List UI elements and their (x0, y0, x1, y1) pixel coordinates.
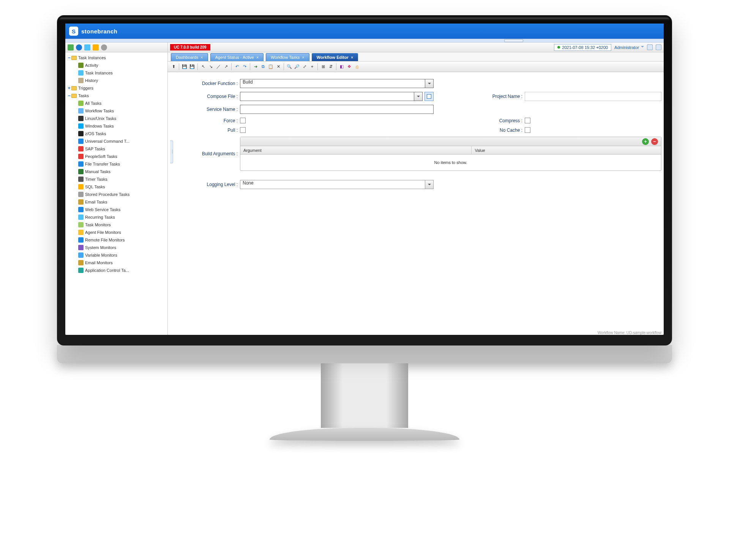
tree-leaf[interactable]: ·All Tasks (65, 99, 167, 107)
args-col-argument[interactable]: Argument (240, 146, 472, 154)
tb-hier-icon[interactable]: ⇵ (327, 63, 334, 70)
tree-leaf[interactable]: ·PeopleSoft Tasks (65, 153, 167, 160)
tab-close-icon[interactable]: × (200, 55, 203, 60)
tree-leaf[interactable]: ·Linux/Unix Tasks (65, 115, 167, 122)
tree-leaf[interactable]: ·Email Tasks (65, 198, 167, 206)
user-menu[interactable]: Administrator (614, 45, 644, 50)
compress-checkbox[interactable] (525, 118, 530, 123)
tb-zoom100-icon[interactable]: ⌖ (309, 63, 316, 70)
header-icon-1[interactable] (647, 44, 653, 50)
resize-handle-icon[interactable] (504, 39, 523, 42)
tb-clip-icon[interactable]: ◧ (338, 63, 345, 70)
tb-line-icon[interactable]: ／ (215, 63, 222, 70)
tree-leaf-icon (78, 101, 84, 106)
tree-leaf[interactable]: ·Email Monitors (65, 259, 167, 267)
add-argument-button[interactable]: + (642, 138, 649, 145)
tree-leaf[interactable]: ·Stored Procedure Tasks (65, 191, 167, 198)
service-name-input[interactable] (240, 105, 434, 114)
tab[interactable]: Agent Status - Active× (210, 53, 264, 61)
tb-redo-icon[interactable]: ↷ (241, 63, 248, 70)
tb-paste-icon[interactable]: 📋 (267, 63, 274, 70)
logging-level-select[interactable]: None (240, 180, 425, 189)
tree-leaf-label: SQL Tasks (85, 183, 105, 191)
tree-node-task-instances[interactable]: −Task Instances (65, 54, 167, 62)
tb-delete-icon[interactable]: ✕ (275, 63, 282, 70)
compose-file-input[interactable] (240, 92, 414, 101)
tree-leaf[interactable]: ·Manual Tasks (65, 168, 167, 175)
project-name-input[interactable] (525, 92, 661, 101)
timestamp-box[interactable]: 2021-07-08 15:32 +0200 (554, 44, 611, 51)
tree-leaf[interactable]: ·Remote File Monitors (65, 236, 167, 244)
logging-level-dropdown-btn[interactable] (425, 180, 434, 189)
tree-leaf[interactable]: ·SAP Tasks (65, 145, 167, 153)
note-icon[interactable] (84, 44, 90, 50)
tb-zoomout-icon[interactable]: 🔎 (293, 63, 300, 70)
docker-function-select[interactable]: Build (240, 79, 425, 88)
tree-leaf[interactable]: ·Recurring Tasks (65, 213, 167, 221)
tb-zoomin-icon[interactable]: 🔍 (286, 63, 293, 70)
tree-leaf-label: Remote File Monitors (85, 236, 125, 244)
tab[interactable]: Workflow Tasks× (266, 53, 309, 61)
header-icon-2[interactable] (656, 44, 661, 50)
compose-file-picker-btn[interactable] (424, 92, 434, 101)
tree-leaf[interactable]: ·Task Instances (65, 69, 167, 77)
tree-leaf[interactable]: ·Windows Tasks (65, 122, 167, 130)
no-cache-checkbox[interactable] (525, 127, 530, 133)
panel-drag-handle[interactable] (170, 140, 173, 163)
grid-icon[interactable] (68, 44, 74, 50)
args-col-value[interactable]: Value (472, 146, 661, 154)
tree-leaf-icon (78, 63, 84, 68)
tb-save2-icon[interactable]: 💾 (189, 63, 196, 70)
tree-leaf[interactable]: ·Universal Command T... (65, 137, 167, 145)
tree-leaf[interactable]: ·Variable Monitors (65, 251, 167, 259)
tb-cursor-icon[interactable]: ↖ (200, 63, 207, 70)
tree-leaf[interactable]: ·Activity (65, 62, 167, 69)
tb-win-icon[interactable]: ⊞ (320, 63, 327, 70)
tb-undo-icon[interactable]: ↶ (234, 63, 240, 70)
docker-function-label: Docker Function : (175, 81, 240, 86)
pull-checkbox[interactable] (240, 127, 246, 133)
tab-close-icon[interactable]: × (351, 55, 353, 60)
tab[interactable]: Workflow Editor× (312, 53, 358, 61)
tb-zoomfit-icon[interactable]: ⤢ (301, 63, 308, 70)
docker-function-dropdown-btn[interactable] (425, 79, 434, 88)
tb-print-icon[interactable]: ⎙ (353, 63, 360, 70)
tree-leaf-label: Application Control Ta... (85, 267, 129, 274)
remove-argument-button[interactable]: − (651, 138, 658, 145)
tab[interactable]: Dashboards× (171, 53, 208, 61)
tree-leaf[interactable]: ·File Transfer Tasks (65, 160, 167, 168)
tree-leaf[interactable]: ·History (65, 77, 167, 84)
build-badge: UC 7.0.0 build 209 (170, 44, 210, 50)
tree-leaf[interactable]: ·System Monitors (65, 244, 167, 251)
tree-node-tasks[interactable]: −Tasks (65, 92, 167, 99)
tree-label: Task Instances (78, 54, 106, 62)
tab-close-icon[interactable]: × (302, 55, 304, 60)
tb-connect-icon[interactable]: ↘ (207, 63, 214, 70)
window-resize-bar[interactable] (65, 39, 664, 43)
tb-copy-icon[interactable]: ⧉ (260, 63, 267, 70)
logging-level-label: Logging Level : (175, 182, 240, 187)
tree-leaf-label: Email Monitors (85, 259, 113, 267)
tb-up-icon[interactable]: ⬆ (170, 63, 177, 70)
tree-leaf-icon (78, 199, 84, 205)
tab-close-icon[interactable]: × (256, 55, 259, 60)
puzzle-icon[interactable] (93, 44, 99, 50)
globe-icon[interactable] (76, 44, 82, 50)
tree-leaf[interactable]: ·Timer Tasks (65, 175, 167, 183)
gear-icon[interactable] (101, 44, 107, 50)
tb-goto-icon[interactable]: ➜ (252, 63, 259, 70)
tree-leaf[interactable]: ·Agent File Monitors (65, 229, 167, 236)
tree-leaf[interactable]: ·Application Control Ta... (65, 267, 167, 274)
compose-file-dropdown-btn[interactable] (414, 92, 423, 101)
tree-node-triggers[interactable]: +Triggers (65, 84, 167, 92)
tree-leaf[interactable]: ·z/OS Tasks (65, 130, 167, 137)
tree-leaf[interactable]: ·Web Service Tasks (65, 206, 167, 213)
tree-leaf[interactable]: ·SQL Tasks (65, 183, 167, 191)
tree-leaf[interactable]: ·Task Monitors (65, 221, 167, 229)
tb-edge-icon[interactable]: ↗ (222, 63, 229, 70)
tree-leaf-label: SAP Tasks (85, 145, 105, 153)
tb-pkg-icon[interactable]: ❖ (346, 63, 353, 70)
tree-leaf[interactable]: ·Workflow Tasks (65, 107, 167, 115)
force-checkbox[interactable] (240, 118, 246, 123)
tb-save-icon[interactable]: 💾 (181, 63, 188, 70)
